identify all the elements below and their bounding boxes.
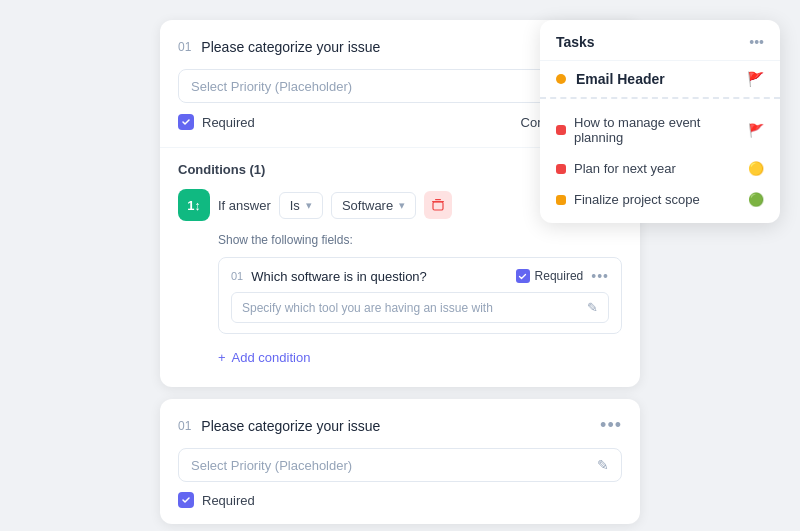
required-label: Required [202, 115, 255, 130]
tasks-panel: Tasks ••• Email Header 🚩 How to manage e… [540, 20, 780, 223]
required-left: Required [178, 114, 255, 130]
inner-input-row[interactable]: Specify which tool you are having an iss… [231, 292, 609, 323]
add-condition-label: Add condition [232, 350, 311, 365]
task-list: How to manage event planning 🚩 Plan for … [540, 99, 780, 223]
plus-icon: + [218, 350, 226, 365]
show-fields-label: Show the following fields: [178, 233, 622, 247]
is-chevron-icon: ▾ [306, 199, 312, 212]
delete-condition-button[interactable] [424, 191, 452, 219]
is-label: Is [290, 198, 300, 213]
email-header-title: Email Header [576, 71, 747, 87]
inner-required-label: Required [535, 269, 584, 283]
inner-step-number: 01 [231, 270, 243, 282]
task-2-dot [556, 164, 566, 174]
card-2-menu-button[interactable]: ••• [600, 415, 622, 436]
step-number-1: 01 [178, 40, 191, 54]
inner-card-menu-button[interactable]: ••• [591, 268, 609, 284]
email-header-flag-icon: 🚩 [747, 71, 764, 87]
is-select[interactable]: Is ▾ [279, 192, 323, 219]
task-item-2[interactable]: Plan for next year 🟡 [540, 153, 780, 184]
email-header-dot [556, 74, 566, 84]
inner-question-card: 01 Which software is in question? Re [218, 257, 622, 334]
card-2-priority-input[interactable]: Select Priority (Placeholder) ✎ [178, 448, 622, 482]
inner-card-title: Which software is in question? [251, 269, 427, 284]
condition-type-icon: 1↕ [178, 189, 210, 221]
email-header-section: Email Header 🚩 [540, 61, 780, 99]
card-2-step-number: 01 [178, 419, 191, 433]
inner-title-row: 01 Which software is in question? [231, 269, 427, 284]
task-1-left: How to manage event planning [556, 115, 748, 145]
task-2-flag-icon: 🟡 [748, 161, 764, 176]
card-2-header: 01 Please categorize your issue ••• [178, 415, 622, 448]
condition-icon-text: 1↕ [187, 198, 201, 213]
svg-rect-2 [433, 202, 443, 210]
card-2-priority-placeholder: Select Priority (Placeholder) [191, 458, 597, 473]
card-2-edit-icon[interactable]: ✎ [597, 457, 609, 473]
tasks-panel-menu-button[interactable]: ••• [749, 34, 764, 50]
inner-required-checkbox[interactable] [516, 269, 530, 283]
priority-placeholder: Select Priority (Placeholder) [191, 79, 597, 94]
required-checkbox[interactable] [178, 114, 194, 130]
task-3-left: Finalize project scope [556, 192, 700, 207]
card-2-title-row: 01 Please categorize your issue [178, 418, 380, 434]
task-item-1[interactable]: How to manage event planning 🚩 [540, 107, 780, 153]
software-chevron-icon: ▾ [399, 199, 405, 212]
card-2-required-label: Required [202, 493, 255, 508]
form-card-2: 01 Please categorize your issue ••• Sele… [160, 399, 640, 524]
software-select[interactable]: Software ▾ [331, 192, 416, 219]
card-2-required-left: Required [178, 492, 255, 508]
card-1-title: Please categorize your issue [201, 39, 380, 55]
task-2-name: Plan for next year [574, 161, 676, 176]
task-1-dot [556, 125, 566, 135]
add-condition-button[interactable]: + Add condition [178, 344, 622, 371]
software-label: Software [342, 198, 393, 213]
task-1-flag-icon: 🚩 [748, 123, 764, 138]
inner-input-placeholder: Specify which tool you are having an iss… [242, 301, 587, 315]
email-header-row: Email Header 🚩 [556, 71, 764, 87]
svg-rect-1 [435, 199, 441, 200]
task-3-flag-icon: 🟢 [748, 192, 764, 207]
inner-edit-icon[interactable]: ✎ [587, 300, 598, 315]
inner-card-header: 01 Which software is in question? Re [231, 268, 609, 284]
card-1-title-row: 01 Please categorize your issue [178, 39, 380, 55]
task-1-name: How to manage event planning [574, 115, 748, 145]
inner-required-badge: Required [516, 269, 584, 283]
card-2-title: Please categorize your issue [201, 418, 380, 434]
task-3-dot [556, 195, 566, 205]
tasks-panel-title: Tasks [556, 34, 595, 50]
card-2-required-checkbox[interactable] [178, 492, 194, 508]
if-answer-label: If answer [218, 198, 271, 213]
card-2-required-row: Required [178, 492, 622, 508]
task-3-name: Finalize project scope [574, 192, 700, 207]
task-item-3[interactable]: Finalize project scope 🟢 [540, 184, 780, 215]
tasks-panel-header: Tasks ••• [540, 20, 780, 61]
task-2-left: Plan for next year [556, 161, 676, 176]
